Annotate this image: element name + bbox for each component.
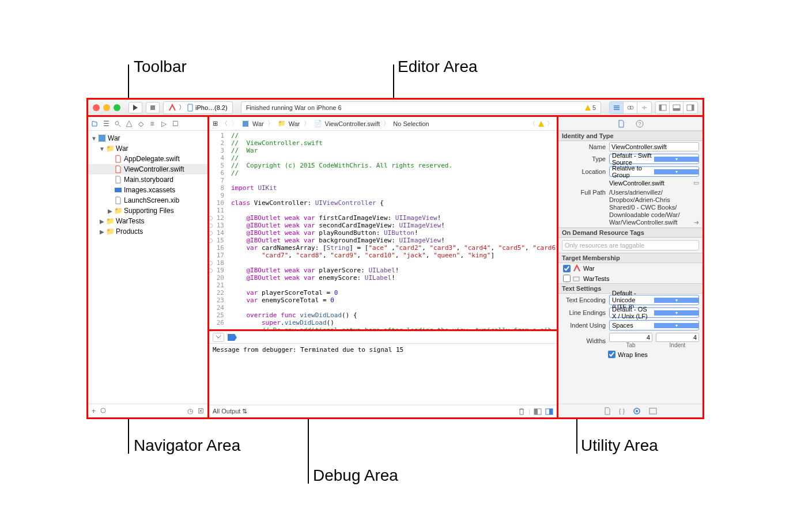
toggle-utility-icon[interactable] xyxy=(683,102,697,113)
target-war-checkbox[interactable] xyxy=(563,265,571,272)
jumpbar-symbol[interactable]: No Selection xyxy=(393,120,429,127)
recent-icon[interactable]: ◷ xyxy=(187,407,193,415)
jumpbar-file[interactable]: 📄 ViewController.swift xyxy=(314,120,380,128)
section-target: Target Membership xyxy=(558,253,703,263)
tree-item[interactable]: Images.xcassets xyxy=(88,185,207,195)
filter-icon[interactable] xyxy=(100,408,107,415)
add-icon[interactable]: + xyxy=(92,407,96,415)
assistant-editor-icon[interactable] xyxy=(624,102,637,113)
indent-using-select[interactable]: Spaces▾ xyxy=(609,320,699,330)
tab-sublabel: Tab xyxy=(609,342,652,348)
encoding-label: Text Encoding xyxy=(562,297,606,303)
trash-icon[interactable] xyxy=(518,408,525,416)
editor-mode-segmented[interactable] xyxy=(609,101,652,114)
file-template-library-icon[interactable] xyxy=(604,407,611,415)
version-editor-icon[interactable] xyxy=(637,102,651,113)
tree-item[interactable]: ▶📁Supporting Files xyxy=(88,206,207,216)
find-navigator-icon[interactable] xyxy=(114,120,122,128)
window-controls xyxy=(93,104,120,111)
xcode-window: 〉 iPho…(8.2) Finished running War on iPh… xyxy=(86,98,704,419)
app-icon xyxy=(168,104,176,112)
label-debug: Debug Area xyxy=(313,466,398,485)
console-view-icon[interactable] xyxy=(545,408,553,415)
tree-item[interactable]: ▶📁WarTests xyxy=(88,216,207,226)
target-tests-checkbox[interactable] xyxy=(563,275,571,282)
name-field[interactable] xyxy=(609,142,699,151)
next-issue-icon[interactable]: 〉 xyxy=(547,119,553,128)
symbol-navigator-icon[interactable]: ☰ xyxy=(102,120,110,128)
indent-using-label: Indent Using xyxy=(562,322,606,329)
project-navigator-icon[interactable] xyxy=(90,120,99,128)
report-navigator-icon[interactable]: ☐ xyxy=(171,120,179,128)
media-library-icon[interactable] xyxy=(649,408,657,415)
minimize-window-button[interactable] xyxy=(103,104,110,111)
tree-item[interactable]: LaunchScreen.xib xyxy=(88,195,207,206)
jumpbar-project[interactable]: War xyxy=(241,120,264,128)
scheme-selector[interactable]: 〉 iPho…(8.2) xyxy=(163,101,233,114)
code-snippet-library-icon[interactable]: { } xyxy=(619,408,625,415)
tree-item[interactable]: Main.storyboard xyxy=(88,174,207,185)
forward-button[interactable]: 〉 xyxy=(231,119,237,128)
object-library-icon[interactable] xyxy=(633,407,641,415)
folder-picker-icon[interactable]: ▭ xyxy=(693,179,699,187)
tree-item[interactable]: ViewController.swift xyxy=(88,164,207,174)
location-select[interactable]: Relative to Group▾ xyxy=(609,166,699,177)
scm-filter-icon[interactable]: ☒ xyxy=(198,407,204,415)
wrap-lines-checkbox[interactable] xyxy=(608,351,615,358)
encoding-select[interactable]: Default - Unicode (UTF-8)▾ xyxy=(609,295,699,305)
issue-navigator-icon[interactable] xyxy=(125,120,133,128)
toggle-debug-icon[interactable] xyxy=(670,102,683,113)
label-utility: Utility Area xyxy=(581,436,658,455)
tree-item[interactable]: ▼📁War xyxy=(88,143,207,154)
project-tree[interactable]: ▼War▼📁WarAppDelegate.swiftViewController… xyxy=(88,131,207,404)
svg-point-8 xyxy=(630,106,633,109)
debug-hide-button[interactable] xyxy=(213,333,224,342)
toolbar: 〉 iPho…(8.2) Finished running War on iPh… xyxy=(88,100,703,117)
run-button[interactable] xyxy=(129,102,142,113)
widths-label: Widths xyxy=(562,337,606,344)
svg-point-20 xyxy=(101,408,105,413)
svg-rect-12 xyxy=(673,108,680,111)
indent-width-field[interactable] xyxy=(656,333,699,342)
debug-navigator-icon[interactable]: ≡ xyxy=(148,120,156,128)
prev-issue-icon[interactable]: 〈 xyxy=(529,119,535,128)
tree-item[interactable]: AppDelegate.swift xyxy=(88,154,207,164)
close-window-button[interactable] xyxy=(93,104,100,111)
file-inspector-icon[interactable] xyxy=(617,119,626,128)
quick-help-icon[interactable]: ? xyxy=(635,119,644,128)
navigator-area: ☰ ◇ ≡ ▷ ☐ ▼War▼📁WarAppDelegate.swiftView… xyxy=(88,117,209,417)
code-content[interactable]: //// ViewController.swift// War//// Copy… xyxy=(228,131,557,329)
panel-toggles[interactable] xyxy=(655,101,698,114)
console-output[interactable]: Message from debugger: Terminated due to… xyxy=(209,344,557,405)
warning-count[interactable]: 5 xyxy=(584,104,596,111)
jumpbar-group[interactable]: 📁 War xyxy=(277,120,300,128)
line-endings-select[interactable]: Default - OS X / Unix (LF)▾ xyxy=(609,307,699,318)
variables-view-icon[interactable] xyxy=(534,408,542,415)
console-filter[interactable]: All Output ⇅ xyxy=(213,408,247,415)
back-button[interactable]: 〈 xyxy=(221,119,228,128)
breakpoint-navigator-icon[interactable]: ▷ xyxy=(160,120,168,128)
related-items-icon[interactable]: ⊞ xyxy=(213,120,218,127)
issue-indicator-icon[interactable] xyxy=(538,120,545,127)
line-gutter[interactable]: 1234567891011121314151617181920212223242… xyxy=(209,131,228,329)
zoom-window-button[interactable] xyxy=(114,104,120,111)
reveal-icon[interactable]: ➜ xyxy=(694,219,699,226)
tab-width-field[interactable] xyxy=(609,333,652,342)
name-label: Name xyxy=(562,143,606,150)
stop-button[interactable] xyxy=(146,102,160,113)
project-icon xyxy=(241,120,250,128)
standard-editor-icon[interactable] xyxy=(610,102,624,113)
activity-viewer: Finished running War on iPhone 6 5 xyxy=(241,101,601,114)
code-editor[interactable]: 1234567891011121314151617181920212223242… xyxy=(209,131,557,331)
scheme-device: iPho…(8.2) xyxy=(195,104,228,111)
tree-item[interactable]: ▶📁Products xyxy=(88,226,207,237)
type-select[interactable]: Default - Swift Source▾ xyxy=(609,154,699,164)
toggle-navigator-icon[interactable] xyxy=(656,102,670,113)
svg-marker-0 xyxy=(133,105,138,111)
breakpoint-toggle-icon[interactable] xyxy=(228,334,237,341)
fullpath-label: Full Path xyxy=(562,189,606,196)
test-navigator-icon[interactable]: ◇ xyxy=(137,120,145,128)
app-icon xyxy=(573,264,581,272)
tags-field: Only resources are taggable xyxy=(562,240,699,250)
tree-item[interactable]: ▼War xyxy=(88,133,207,143)
